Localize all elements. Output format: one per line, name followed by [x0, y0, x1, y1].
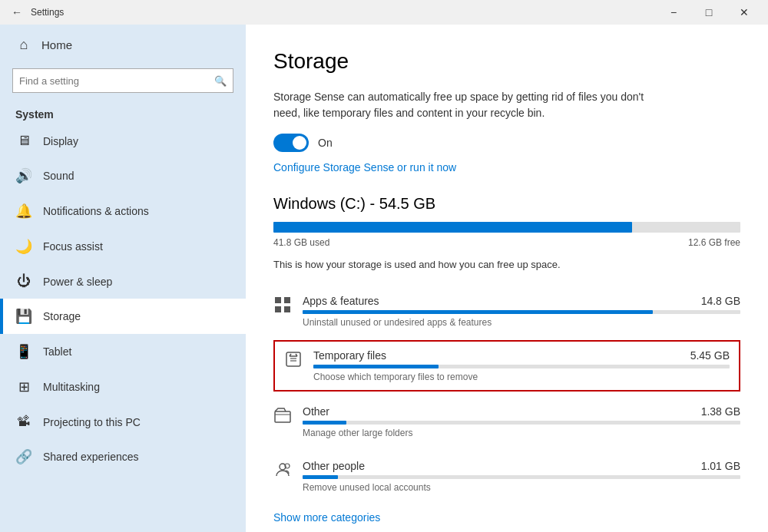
- window-controls: − □ ✕: [656, 0, 762, 25]
- category-other[interactable]: Other 1.38 GB Manage other large folders: [273, 396, 740, 448]
- category-bar-fill-other: [303, 421, 346, 425]
- category-icon-other: [273, 407, 292, 428]
- icon-storage: 💾: [15, 308, 32, 325]
- label-notifications: Notifications & actions: [43, 205, 149, 217]
- sidebar-section-title: System: [0, 102, 246, 124]
- icon-tablet: 📱: [15, 343, 32, 360]
- sidebar-item-shared[interactable]: 🔗 Shared experiences: [0, 439, 246, 474]
- close-button[interactable]: ✕: [727, 0, 762, 25]
- sidebar-item-power[interactable]: ⏻ Power & sleep: [0, 264, 246, 299]
- category-row-apps: Apps & features 14.8 GB Uninstall unused…: [273, 295, 740, 328]
- storage-sense-description: Storage Sense can automatically free up …: [273, 89, 657, 121]
- main-layout: ⌂ Home 🔍 System 🖥 Display 🔊 Sound 🔔 Noti…: [0, 25, 768, 532]
- svg-rect-1: [284, 297, 290, 303]
- category-content-temp: Temporary files 5.45 GB Choose which tem…: [313, 349, 730, 382]
- label-sound: Sound: [43, 170, 74, 182]
- category-icon-people: [273, 461, 292, 482]
- sidebar-item-tablet[interactable]: 📱 Tablet: [0, 334, 246, 369]
- category-size-apps: 14.8 GB: [701, 295, 740, 307]
- icon-display: 🖥: [15, 133, 32, 149]
- category-size-temp: 5.45 GB: [690, 349, 730, 362]
- category-row-temp: Temporary files 5.45 GB Choose which tem…: [284, 349, 730, 382]
- free-label: 12.6 GB free: [688, 237, 740, 248]
- search-input[interactable]: [19, 75, 214, 87]
- home-nav-item[interactable]: ⌂ Home: [0, 25, 246, 65]
- sidebar-item-display[interactable]: 🖥 Display: [0, 124, 246, 158]
- icon-projecting: 📽: [15, 414, 32, 430]
- maximize-button[interactable]: □: [691, 0, 727, 25]
- drive-title: Windows (C:) - 54.5 GB: [273, 195, 740, 213]
- category-name-people: Other people: [303, 460, 365, 472]
- icon-power: ⏻: [15, 273, 32, 289]
- category-bar-container-people: [303, 475, 740, 479]
- sidebar-item-projecting[interactable]: 📽 Projecting to this PC: [0, 405, 246, 439]
- category-icon-apps: [273, 296, 292, 317]
- category-desc-apps: Uninstall unused or undesired apps & fea…: [303, 317, 740, 328]
- category-bar-fill-people: [303, 475, 338, 479]
- category-header-apps: Apps & features 14.8 GB: [303, 295, 740, 307]
- app-title: Settings: [31, 7, 656, 18]
- home-icon: ⌂: [15, 37, 32, 53]
- category-header-other: Other 1.38 GB: [303, 405, 740, 418]
- category-bar-fill-apps: [303, 310, 653, 314]
- toggle-on-label: On: [318, 137, 333, 149]
- category-header-people: Other people 1.01 GB: [303, 460, 740, 472]
- label-storage: Storage: [43, 310, 81, 322]
- storage-sense-toggle-row: On: [273, 134, 740, 152]
- sidebar-item-focus[interactable]: 🌙 Focus assist: [0, 229, 246, 264]
- category-name-temp: Temporary files: [313, 349, 386, 362]
- svg-rect-2: [275, 306, 281, 312]
- category-header-temp: Temporary files 5.45 GB: [313, 349, 730, 362]
- categories-list: Apps & features 14.8 GB Uninstall unused…: [273, 286, 740, 502]
- label-display: Display: [43, 135, 78, 147]
- category-content-apps: Apps & features 14.8 GB Uninstall unused…: [303, 295, 740, 328]
- page-title: Storage: [273, 49, 740, 74]
- category-apps[interactable]: Apps & features 14.8 GB Uninstall unused…: [273, 286, 740, 337]
- category-people[interactable]: Other people 1.01 GB Remove unused local…: [273, 451, 740, 502]
- category-name-other: Other: [303, 405, 329, 418]
- svg-rect-10: [275, 411, 290, 422]
- content-area: Storage Storage Sense can automatically …: [246, 25, 768, 532]
- home-label: Home: [41, 38, 72, 51]
- category-bar-container-other: [303, 421, 740, 425]
- icon-multitasking: ⊞: [15, 378, 32, 395]
- category-content-other: Other 1.38 GB Manage other large folders: [303, 405, 740, 438]
- used-label: 41.8 GB used: [273, 237, 329, 248]
- category-icon-temp: [284, 351, 303, 372]
- category-name-apps: Apps & features: [303, 295, 379, 307]
- label-multitasking: Multitasking: [43, 381, 100, 393]
- sidebar-item-multitasking[interactable]: ⊞ Multitasking: [0, 369, 246, 405]
- search-box: 🔍: [12, 68, 233, 93]
- label-projecting: Projecting to this PC: [43, 416, 141, 428]
- sidebar-item-sound[interactable]: 🔊 Sound: [0, 158, 246, 193]
- icon-shared: 🔗: [15, 448, 32, 465]
- category-content-people: Other people 1.01 GB Remove unused local…: [303, 460, 740, 493]
- label-shared: Shared experiences: [43, 451, 139, 463]
- show-more-link[interactable]: Show more categories: [273, 511, 740, 524]
- category-size-people: 1.01 GB: [701, 460, 740, 472]
- category-desc-other: Manage other large folders: [303, 428, 740, 438]
- back-button[interactable]: ←: [6, 2, 28, 23]
- label-tablet: Tablet: [43, 345, 71, 358]
- storage-sense-toggle[interactable]: [273, 134, 309, 152]
- category-size-other: 1.38 GB: [701, 405, 740, 418]
- label-power: Power & sleep: [43, 276, 112, 288]
- storage-bar-fill: [273, 222, 632, 233]
- sidebar: ⌂ Home 🔍 System 🖥 Display 🔊 Sound 🔔 Noti…: [0, 25, 246, 532]
- svg-rect-3: [284, 306, 290, 312]
- category-temp[interactable]: Temporary files 5.45 GB Choose which tem…: [273, 340, 740, 392]
- minimize-button[interactable]: −: [656, 0, 691, 25]
- sidebar-item-storage[interactable]: 💾 Storage: [0, 299, 246, 334]
- category-row-other: Other 1.38 GB Manage other large folders: [273, 405, 740, 438]
- sidebar-item-notifications[interactable]: 🔔 Notifications & actions: [0, 193, 246, 229]
- icon-sound: 🔊: [15, 167, 32, 184]
- configure-link[interactable]: Configure Storage Sense or run it now: [273, 161, 740, 173]
- category-bar-container-temp: [313, 365, 730, 368]
- label-focus: Focus assist: [43, 240, 103, 253]
- icon-focus: 🌙: [15, 238, 32, 255]
- svg-rect-4: [286, 352, 300, 366]
- category-bar-container-apps: [303, 310, 740, 314]
- storage-bar-container: [273, 222, 740, 233]
- category-desc-temp: Choose which temporary files to remove: [313, 372, 730, 382]
- category-row-people: Other people 1.01 GB Remove unused local…: [273, 460, 740, 493]
